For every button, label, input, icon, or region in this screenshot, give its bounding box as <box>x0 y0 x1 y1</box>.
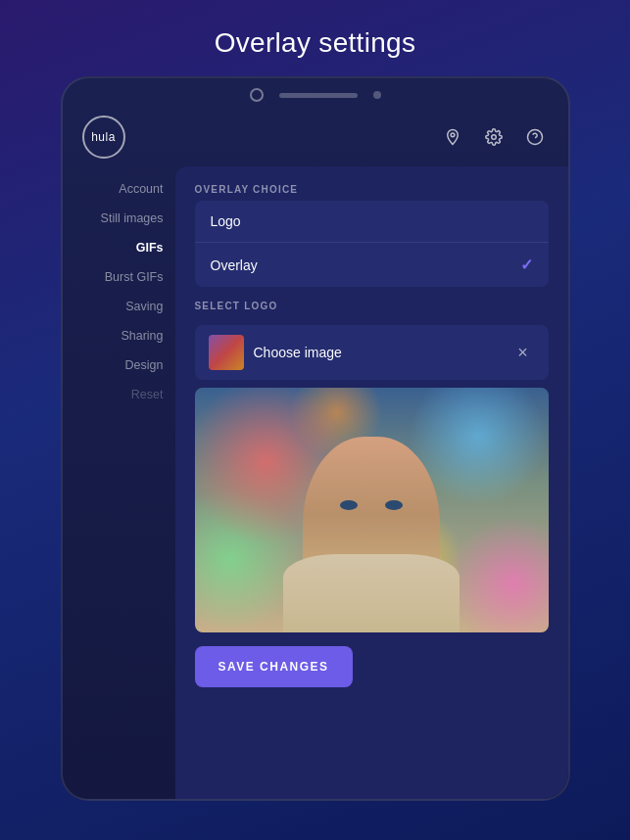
sidebar-item-gifs[interactable]: GIFs <box>63 235 175 260</box>
select-logo-label: SELECT LOGO <box>195 301 549 311</box>
sidebar-item-design[interactable]: Design <box>63 352 175 378</box>
eye-left <box>340 500 358 510</box>
image-thumbnail <box>209 335 244 370</box>
choose-image-text: Choose image <box>254 345 342 360</box>
app-header: hula <box>63 108 568 166</box>
main-content: OVERLAY CHOICE Logo Overlay ✓ SELECT LOG… <box>175 166 568 799</box>
sidebar-item-still-images[interactable]: Still images <box>63 206 175 231</box>
option-overlay[interactable]: Overlay ✓ <box>195 243 549 287</box>
sidebar: Account Still images GIFs Burst GIFs Sav… <box>63 166 175 799</box>
top-pill <box>279 93 358 98</box>
overlay-choice-section: OVERLAY CHOICE Logo Overlay ✓ <box>195 184 549 287</box>
svg-point-0 <box>451 133 455 137</box>
top-dot <box>373 91 381 99</box>
tablet-frame: hula <box>61 76 570 801</box>
close-button[interactable]: × <box>511 341 535 364</box>
eye-right <box>385 500 403 510</box>
choose-image-row[interactable]: Choose image × <box>195 325 549 380</box>
overlay-options: Logo Overlay ✓ <box>195 201 549 287</box>
camera-dot <box>250 88 264 102</box>
sidebar-item-sharing[interactable]: Sharing <box>63 323 175 349</box>
header-icons <box>439 123 549 151</box>
overlay-choice-label: OVERLAY CHOICE <box>195 184 549 195</box>
svg-point-1 <box>491 135 496 140</box>
sidebar-item-account[interactable]: Account <box>63 176 175 202</box>
sidebar-item-burst-gifs[interactable]: Burst GIFs <box>63 264 175 290</box>
gear-icon[interactable] <box>480 123 508 151</box>
save-changes-button[interactable]: SAVE CHANGES <box>195 646 353 687</box>
help-icon[interactable] <box>521 123 549 151</box>
logo-badge: hula <box>82 116 125 159</box>
tablet-top-bar <box>63 78 568 108</box>
preview-image <box>195 388 549 632</box>
option-logo-text: Logo <box>211 213 241 229</box>
option-logo[interactable]: Logo <box>195 201 549 243</box>
option-overlay-text: Overlay <box>211 257 258 273</box>
sidebar-item-reset: Reset <box>63 382 175 407</box>
location-icon[interactable] <box>439 123 466 151</box>
sweater <box>283 554 460 632</box>
logo-text: hula <box>91 130 116 144</box>
face-eyes <box>340 500 403 510</box>
page-title: Overlay settings <box>215 27 416 59</box>
select-logo-section: SELECT LOGO Choose image × <box>195 301 549 632</box>
check-icon: ✓ <box>520 256 533 274</box>
app-body: Account Still images GIFs Burst GIFs Sav… <box>63 166 568 799</box>
choose-image-left: Choose image <box>209 335 342 370</box>
sidebar-item-saving[interactable]: Saving <box>63 294 175 319</box>
